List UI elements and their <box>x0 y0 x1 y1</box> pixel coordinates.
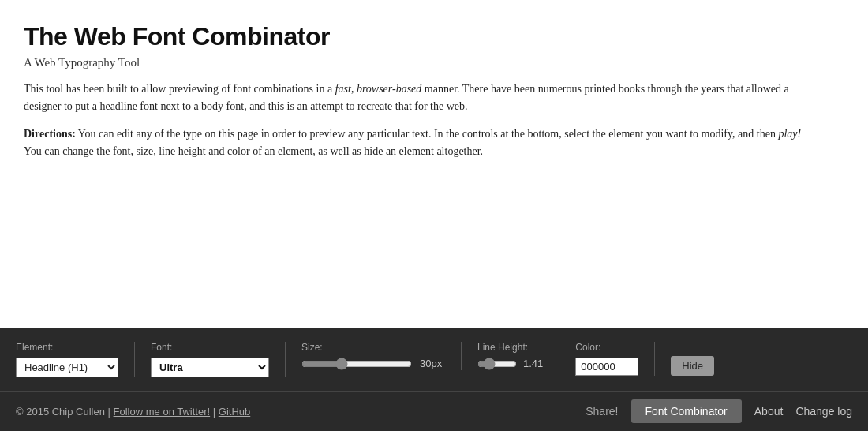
desc-sep: , <box>351 83 357 95</box>
page-title: The Web Font Combinator <box>24 22 813 51</box>
element-label: Element: <box>16 342 118 353</box>
directions-label: Directions: <box>24 128 76 140</box>
footer-sep1: | <box>108 406 114 418</box>
element-select[interactable]: Headline (H1) Subheadline (H2) Body Text… <box>16 358 118 377</box>
controls-wrapper: Element: Headline (H1) Subheadline (H2) … <box>16 342 852 377</box>
line-height-label: Line Height: <box>477 342 543 353</box>
footer-left: © 2015 Chip Cullen | Follow me on Twitte… <box>16 406 250 418</box>
element-group: Element: Headline (H1) Subheadline (H2) … <box>16 342 135 377</box>
color-input[interactable] <box>575 358 638 376</box>
size-row: 30px <box>301 358 445 370</box>
color-group: Color: <box>575 342 655 376</box>
font-label: Font: <box>151 342 269 353</box>
twitter-link[interactable]: Follow me on Twitter! <box>114 406 211 418</box>
line-height-row: 1.41 <box>477 358 543 370</box>
size-slider[interactable] <box>301 358 412 370</box>
font-select[interactable]: Ultra Georgia Arial Times New Roman <box>151 358 269 377</box>
controls-bar: Element: Headline (H1) Subheadline (H2) … <box>0 328 868 391</box>
footer-sep2: | <box>213 406 219 418</box>
desc-intro-plain: This tool has been built to allow previe… <box>24 83 335 95</box>
directions-rest: You can change the font, size, line heig… <box>24 145 483 157</box>
description-text: This tool has been built to allow previe… <box>24 81 813 116</box>
directions-italic: play! <box>778 128 801 140</box>
desc-fast: fast <box>335 83 351 95</box>
line-height-value: 1.41 <box>523 358 543 369</box>
main-content: The Web Font Combinator A Web Typography… <box>0 0 836 328</box>
line-height-group: Line Height: 1.41 <box>477 342 559 370</box>
size-group: Size: 30px <box>301 342 462 370</box>
github-link[interactable]: GitHub <box>219 406 250 418</box>
size-label: Size: <box>301 342 445 353</box>
changelog-link[interactable]: Change log <box>795 405 852 418</box>
line-height-slider[interactable] <box>477 358 517 370</box>
font-combinator-button[interactable]: Font Combinator <box>631 399 742 423</box>
font-group: Font: Ultra Georgia Arial Times New Roma… <box>151 342 286 377</box>
about-link[interactable]: About <box>754 405 784 418</box>
desc-browser: browser-based <box>357 83 421 95</box>
share-label: Share! <box>586 405 618 418</box>
hide-button[interactable]: Hide <box>671 356 714 376</box>
directions-body: You can edit any of the type on this pag… <box>76 128 779 140</box>
footer-right: Share! Font Combinator About Change log <box>586 399 852 423</box>
size-value: 30px <box>420 358 445 369</box>
subtitle: A Web Typography Tool <box>24 56 813 69</box>
copyright: © 2015 Chip Cullen <box>16 406 105 418</box>
directions-text: Directions: You can edit any of the type… <box>24 126 813 161</box>
color-label: Color: <box>575 342 638 353</box>
footer-bar: © 2015 Chip Cullen | Follow me on Twitte… <box>0 391 868 431</box>
